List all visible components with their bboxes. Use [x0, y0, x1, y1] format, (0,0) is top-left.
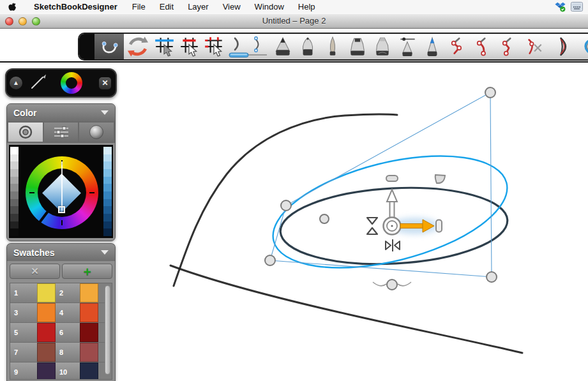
- snap-trim-red-icon: [179, 36, 200, 57]
- pencil-icon: [272, 36, 294, 57]
- chevron-down-icon[interactable]: [101, 110, 109, 115]
- handle-pivot: [320, 214, 329, 223]
- blue-step[interactable]: [103, 228, 112, 236]
- swatch-color[interactable]: [37, 343, 56, 362]
- cut-curve[interactable]: [521, 34, 547, 59]
- swatch-color[interactable]: [80, 283, 98, 303]
- color-panel-header[interactable]: Color: [7, 104, 115, 121]
- dropbox-icon[interactable]: [555, 1, 566, 12]
- paintbrush[interactable]: [320, 34, 345, 59]
- blue-step[interactable]: [103, 221, 112, 229]
- axis-end-pill: [436, 220, 442, 232]
- blue-step[interactable]: [103, 206, 112, 214]
- ink-pen[interactable]: [419, 34, 444, 59]
- delete-swatch-button[interactable]: ✕: [10, 264, 60, 279]
- ink-pen-icon: [421, 36, 443, 57]
- blue-step[interactable]: [103, 169, 112, 177]
- curve-tool[interactable]: [94, 34, 124, 59]
- tab-color-sliders[interactable]: [44, 123, 79, 142]
- swatch-list: 12345678910: [10, 283, 112, 380]
- menu-item-edit[interactable]: Edit: [153, 2, 181, 11]
- curve-tool-icon: [98, 35, 121, 58]
- add-swatch-button[interactable]: ＋: [62, 264, 112, 279]
- stroke-weight-slider[interactable]: [227, 34, 270, 59]
- swatch-color[interactable]: [80, 323, 98, 342]
- gray-step[interactable]: [10, 199, 19, 207]
- edit-curve-pull[interactable]: [444, 34, 470, 59]
- snap-trim-marks-icon: [204, 36, 225, 57]
- hue-selector[interactable]: [38, 211, 49, 223]
- swatch-label: 1: [10, 283, 37, 303]
- swatches-panel: Swatches ✕ ＋ 12345678910: [6, 243, 116, 381]
- french-curve[interactable]: [572, 34, 588, 59]
- pencil[interactable]: [270, 34, 295, 59]
- blue-step[interactable]: [103, 199, 112, 207]
- menu-item-layer[interactable]: Layer: [181, 2, 216, 11]
- ballpoint-pen[interactable]: [295, 34, 320, 59]
- chevron-down-icon[interactable]: [101, 250, 109, 255]
- airbrush[interactable]: [395, 34, 419, 59]
- snap-trim-red[interactable]: [177, 34, 202, 59]
- snap-trim-marks[interactable]: [202, 34, 227, 59]
- blue-step[interactable]: [103, 214, 112, 221]
- swatch-color[interactable]: [37, 283, 56, 303]
- window-title: Untitled – Page 2: [0, 16, 588, 26]
- color-ring-button[interactable]: [61, 72, 82, 94]
- hue-shade-strip[interactable]: [103, 147, 112, 236]
- grayscale-strip[interactable]: [10, 147, 19, 236]
- swatch-color[interactable]: [37, 362, 56, 380]
- gray-step[interactable]: [10, 206, 19, 214]
- input-menu-icon[interactable]: [571, 2, 583, 11]
- gray-step[interactable]: [10, 154, 19, 162]
- blue-step[interactable]: [103, 191, 112, 199]
- paintbrush-icon: [322, 36, 343, 57]
- undo-redo[interactable]: [124, 34, 152, 59]
- swatch-color[interactable]: [80, 303, 98, 322]
- blue-step[interactable]: [103, 147, 112, 154]
- tab-color-wheel[interactable]: [8, 123, 43, 142]
- blue-step[interactable]: [103, 177, 112, 184]
- swatch-row: 34: [10, 303, 112, 323]
- toolbar-shelf: [0, 29, 588, 63]
- collapse-chevron-button[interactable]: ▲: [10, 77, 22, 89]
- lagoon-handle[interactable]: [79, 34, 94, 59]
- gray-step[interactable]: [10, 184, 19, 191]
- menu-item-file[interactable]: File: [125, 2, 153, 11]
- cut-curve-icon: [523, 36, 545, 57]
- tab-color-sphere[interactable]: [79, 123, 114, 142]
- gray-step[interactable]: [10, 221, 19, 229]
- edit-curve-insert-icon: [497, 36, 519, 57]
- handle-bottom-left: [265, 255, 275, 265]
- gray-step[interactable]: [10, 191, 19, 199]
- chisel-marker[interactable]: [370, 34, 395, 59]
- saturation-selector[interactable]: [58, 206, 65, 213]
- gray-step[interactable]: [10, 169, 19, 177]
- apple-menu-icon[interactable]: [8, 2, 17, 12]
- edit-curve-insert[interactable]: [495, 34, 521, 59]
- menu-item-view[interactable]: View: [216, 2, 248, 11]
- swatch-scrollbar[interactable]: [105, 285, 110, 375]
- edit-curve-points[interactable]: [470, 34, 495, 59]
- gray-step[interactable]: [10, 228, 19, 236]
- window-title-bar[interactable]: Untitled – Page 2: [0, 13, 588, 29]
- snap-trim-blue[interactable]: [152, 34, 177, 59]
- gray-step[interactable]: [10, 147, 19, 154]
- gray-step[interactable]: [10, 214, 19, 221]
- puck-close-button[interactable]: ✕: [99, 77, 111, 89]
- blue-step[interactable]: [103, 161, 112, 169]
- swatch-color[interactable]: [37, 303, 56, 322]
- marker[interactable]: [345, 34, 370, 59]
- swatch-color[interactable]: [80, 362, 98, 380]
- sweep-shape[interactable]: [547, 34, 572, 59]
- blue-step[interactable]: [103, 184, 112, 191]
- swatches-panel-header[interactable]: Swatches: [7, 244, 115, 261]
- swatch-color[interactable]: [37, 323, 56, 342]
- menu-item-window[interactable]: Window: [248, 2, 291, 11]
- swatch-color[interactable]: [80, 343, 98, 362]
- gray-step[interactable]: [10, 177, 19, 184]
- gray-step[interactable]: [10, 161, 19, 169]
- brush-preview-icon[interactable]: [30, 73, 49, 93]
- blue-step[interactable]: [103, 154, 112, 162]
- menu-item-app[interactable]: SketchBookDesigner: [26, 2, 125, 11]
- menu-item-help[interactable]: Help: [291, 2, 322, 11]
